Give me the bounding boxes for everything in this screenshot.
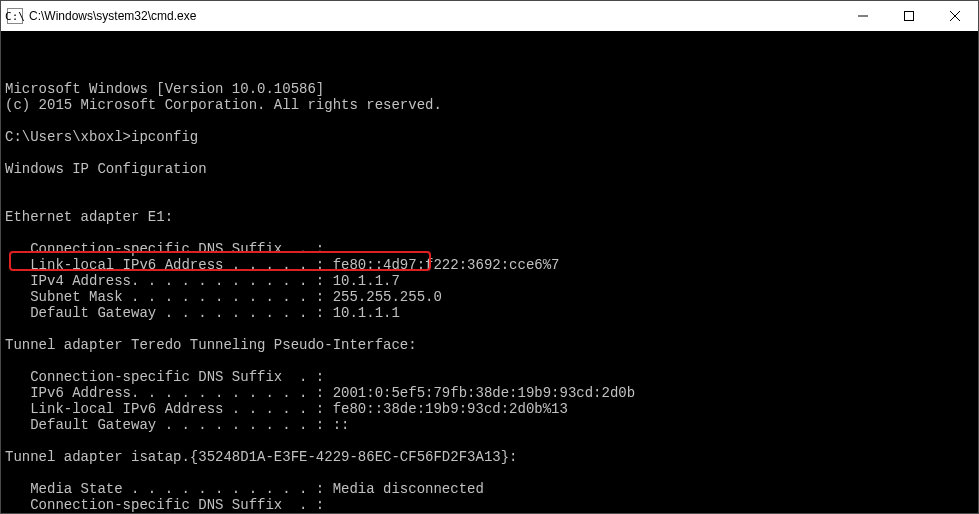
terminal-line xyxy=(5,433,974,449)
terminal-line: Default Gateway . . . . . . . . . : 10.1… xyxy=(5,305,974,321)
terminal-line: Tunnel adapter isatap.{35248D1A-E3FE-422… xyxy=(5,449,974,465)
window-controls xyxy=(840,1,978,31)
terminal-line: Windows IP Configuration xyxy=(5,161,974,177)
terminal-line: Connection-specific DNS Suffix . : xyxy=(5,369,974,385)
window-title: C:\Windows\system32\cmd.exe xyxy=(29,9,840,23)
terminal-line xyxy=(5,353,974,369)
terminal-line: IPv4 Address. . . . . . . . . . . : 10.1… xyxy=(5,273,974,289)
terminal-line: Ethernet adapter E1: xyxy=(5,209,974,225)
terminal-line xyxy=(5,321,974,337)
terminal-line: Connection-specific DNS Suffix . : xyxy=(5,241,974,257)
svg-rect-1 xyxy=(905,12,914,21)
terminal-line: Connection-specific DNS Suffix . : xyxy=(5,497,974,513)
terminal-line: Microsoft Windows [Version 10.0.10586] xyxy=(5,81,974,97)
titlebar[interactable]: C:\ C:\Windows\system32\cmd.exe xyxy=(1,1,978,31)
terminal-line: C:\Users\xboxl>ipconfig xyxy=(5,129,974,145)
terminal-line: Tunnel adapter Teredo Tunneling Pseudo-I… xyxy=(5,337,974,353)
minimize-button[interactable] xyxy=(840,1,886,31)
terminal-line xyxy=(5,113,974,129)
terminal-line: IPv6 Address. . . . . . . . . . . : 2001… xyxy=(5,385,974,401)
close-button[interactable] xyxy=(932,1,978,31)
maximize-button[interactable] xyxy=(886,1,932,31)
terminal-output[interactable]: Microsoft Windows [Version 10.0.10586](c… xyxy=(1,31,978,513)
terminal-line: Link-local IPv6 Address . . . . . : fe80… xyxy=(5,401,974,417)
terminal-line: Link-local IPv6 Address . . . . . : fe80… xyxy=(5,257,974,273)
terminal-line xyxy=(5,193,974,209)
terminal-line xyxy=(5,177,974,193)
terminal-line: (c) 2015 Microsoft Corporation. All righ… xyxy=(5,97,974,113)
terminal-line: Media State . . . . . . . . . . . : Medi… xyxy=(5,481,974,497)
cmd-icon: C:\ xyxy=(7,8,23,24)
terminal-line: Default Gateway . . . . . . . . . : :: xyxy=(5,417,974,433)
cmd-window: C:\ C:\Windows\system32\cmd.exe Microsof… xyxy=(0,0,979,514)
terminal-line xyxy=(5,225,974,241)
terminal-line xyxy=(5,145,974,161)
terminal-line: Subnet Mask . . . . . . . . . . . : 255.… xyxy=(5,289,974,305)
terminal-line xyxy=(5,465,974,481)
